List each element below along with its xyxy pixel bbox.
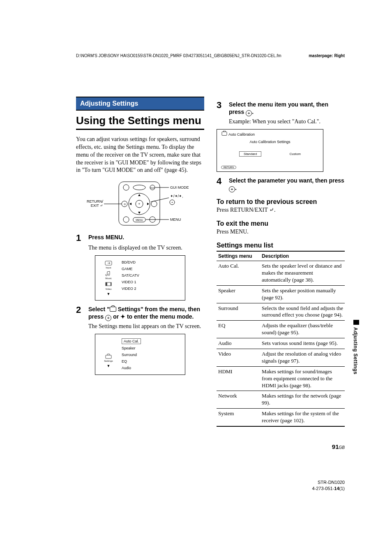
step-3-title: Select the menu item you want, then pres… (229, 101, 345, 116)
svg-text:EXIT ⤶: EXIT ⤶ (91, 204, 103, 208)
step-3-number: 3 (217, 101, 225, 116)
settings-icon (110, 307, 116, 312)
right-column: 3 Select the menu item you want, then pr… (217, 97, 345, 427)
svg-text:MENU: MENU (170, 217, 181, 222)
footer: STR-DN1020 4-273-051-14(1) (312, 479, 345, 491)
table-row: HDMIMakes settings for sound/images from… (217, 366, 345, 391)
svg-point-2 (133, 185, 145, 190)
table-row: Auto Cal.Sets the speaker level or dista… (217, 261, 345, 286)
svg-text:RETURN/: RETURN/ (87, 199, 103, 204)
svg-rect-30 (106, 355, 111, 358)
step-1-number: 1 (76, 234, 84, 243)
svg-text:✦/✦/✦,: ✦/✦/✦, (170, 194, 183, 198)
toolbox-icon (105, 353, 112, 359)
enter-icon: + (105, 315, 111, 321)
step-2-body: The Settings menu list appears on the TV… (88, 323, 204, 331)
step-1-title: Press MENU. (88, 234, 124, 243)
page-number: 91GB (332, 443, 345, 450)
table-header-desc: Description (260, 251, 345, 261)
svg-text:GUI MODE: GUI MODE (170, 185, 189, 190)
svg-text:+: + (138, 202, 140, 206)
table-row: SurroundSelects the sound field and adju… (217, 303, 345, 321)
heading-exit: To exit the menu (217, 220, 345, 227)
svg-rect-29 (111, 282, 111, 286)
header-filepath: D:\NORM'S JOB\SONY HA\SO0155\STR-DN1020_… (76, 53, 345, 59)
left-column: Adjusting Settings Using the Settings me… (76, 97, 204, 427)
svg-text:MENU: MENU (136, 219, 143, 221)
page-title: Using the Settings menu (76, 115, 204, 127)
step-1: 1 Press MENU. (76, 234, 204, 243)
step-2-number: 2 (76, 305, 84, 321)
section-bar: Adjusting Settings (76, 97, 204, 111)
svg-text:+: + (171, 201, 173, 204)
svg-rect-28 (106, 282, 107, 286)
table-header-menu: Settings menu (217, 251, 260, 261)
table-row: NetworkMakes settings for the network (p… (217, 391, 345, 409)
return-icon: ⤶ (269, 207, 274, 213)
title-rule (76, 129, 204, 130)
table-row: SystemMakes settings for the system of t… (217, 409, 345, 426)
svg-point-1 (123, 185, 129, 190)
svg-point-11 (123, 217, 129, 222)
heading-list: Settings menu list (217, 242, 345, 249)
step-2-title: Select " Settings" from the menu, then p… (88, 305, 204, 321)
step-4-number: 4 (217, 177, 225, 192)
svg-text:GUI: GUI (150, 187, 155, 189)
remote-figure: GUI + ⟲ MENU (76, 179, 204, 229)
table-row: SpeakerSets the speaker position manuall… (217, 285, 345, 303)
step-4: 4 Select the parameter you want, then pr… (217, 177, 345, 192)
heading-return: To return to the previous screen (217, 198, 345, 206)
step-3-body: Example: When you select "Auto Cal.". (229, 118, 345, 126)
table-row: VideoAdjust the resolution of analog vid… (217, 349, 345, 366)
table-row: EQAdjusts the equalizer (bass/treble sou… (217, 321, 345, 338)
body-exit: Press MENU. (217, 228, 345, 236)
screenshot-input-menu: Input Music Video ▼ BD/DVD GAME SAT/C (95, 255, 185, 301)
intro-paragraph: You can adjust various settings for spea… (76, 136, 204, 174)
step-4-title: Select the parameter you want, then pres… (229, 177, 345, 192)
body-return: Press RETURN/EXIT ⤶. (217, 206, 345, 214)
screenshot-settings-menu: Settings ▼ Auto Cal. Speaker Surround EQ… (95, 334, 185, 375)
svg-text:⟲: ⟲ (124, 203, 126, 206)
screenshot-auto-cal: Auto Calibration Auto Calibration Settin… (217, 129, 323, 172)
svg-point-10 (151, 201, 157, 207)
header-masterpage: masterpage: Right (309, 53, 345, 58)
enter-icon: + (246, 110, 252, 116)
step-2: 2 Select " Settings" from the menu, then… (76, 305, 204, 321)
table-row: AudioSets various sound items (page 95). (217, 338, 345, 349)
settings-table: Settings menu Description Auto Cal.Sets … (217, 251, 345, 427)
side-tab: Adjusting Settings (353, 320, 359, 390)
settings-icon (222, 132, 227, 136)
step-3: 3 Select the menu item you want, then pr… (217, 101, 345, 116)
enter-icon: + (229, 186, 235, 192)
step-1-body: The menu is displayed on the TV screen. (88, 244, 204, 252)
